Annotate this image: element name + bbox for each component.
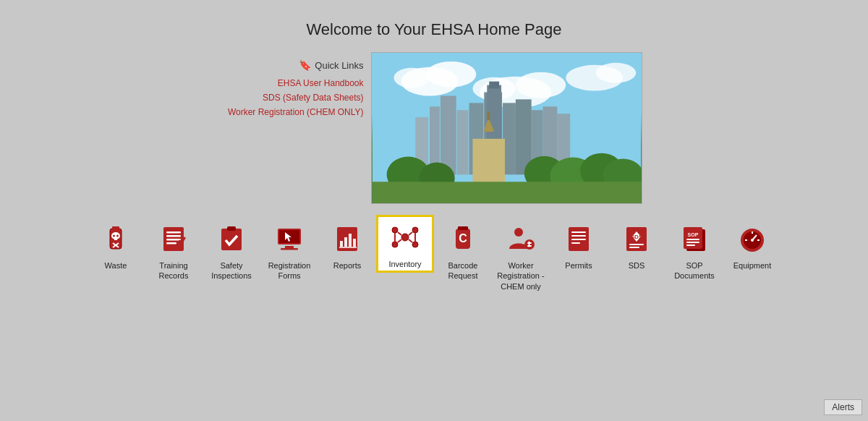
svg-point-5 (515, 72, 565, 98)
svg-rect-56 (353, 239, 356, 247)
svg-point-58 (401, 234, 409, 241)
safety-inspections-icon (210, 220, 252, 258)
svg-rect-31 (372, 182, 640, 203)
link-sds[interactable]: SDS (Safety Data Sheets) (226, 93, 364, 103)
equipment-icon (731, 220, 773, 258)
svg-point-72 (514, 228, 523, 237)
icon-reports[interactable]: Reports (318, 217, 376, 273)
svg-point-60 (412, 227, 418, 233)
permits-icon (558, 220, 600, 258)
svg-rect-86 (629, 247, 639, 248)
registration-forms-label: Registration Forms (262, 260, 317, 281)
svg-line-64 (409, 232, 412, 235)
svg-rect-41 (166, 231, 181, 234)
svg-rect-76 (529, 241, 530, 247)
svg-rect-42 (166, 235, 181, 237)
icon-waste[interactable]: Waste (87, 217, 145, 273)
icon-safety-inspections[interactable]: Safety Inspections (203, 217, 260, 284)
icon-registration-forms[interactable]: Registration Forms (260, 217, 318, 284)
svg-line-63 (398, 232, 401, 235)
svg-rect-80 (571, 239, 586, 240)
icon-sop-documents[interactable]: SOP SOP Documents (665, 217, 723, 284)
quick-links-icon: 🔖 (299, 59, 311, 71)
svg-rect-79 (571, 235, 586, 237)
svg-rect-92 (686, 244, 695, 246)
svg-rect-91 (686, 242, 699, 243)
svg-line-66 (409, 239, 412, 242)
svg-point-35 (113, 234, 115, 237)
svg-point-62 (412, 242, 418, 247)
svg-rect-90 (686, 239, 699, 240)
svg-rect-78 (571, 231, 586, 233)
svg-rect-33 (112, 226, 119, 230)
svg-text:SOP: SOP (688, 232, 699, 237)
svg-rect-12 (456, 110, 468, 174)
waste-icon (95, 220, 137, 258)
icon-inventory[interactable]: Inventory (376, 215, 434, 273)
sop-documents-icon: SOP (673, 220, 715, 258)
svg-rect-11 (440, 95, 456, 174)
icon-equipment[interactable]: Equipment (723, 217, 781, 273)
svg-rect-16 (489, 82, 499, 89)
training-records-icon (153, 220, 195, 258)
inventory-label: Inventory (388, 259, 421, 269)
svg-text:C: C (459, 232, 467, 244)
svg-point-61 (392, 242, 398, 247)
sds-icon: SDS (616, 220, 658, 258)
svg-point-8 (595, 63, 635, 83)
quick-links-label: Quick Links (315, 60, 363, 71)
sds-label: SDS (629, 260, 645, 271)
safety-inspections-label: Safety Inspections (204, 260, 259, 281)
svg-rect-50 (285, 246, 294, 248)
svg-rect-85 (629, 244, 644, 245)
quick-links-panel: 🔖 Quick Links EHSA User Handbook SDS (Sa… (226, 52, 371, 122)
svg-rect-43 (166, 239, 181, 241)
page-title: Welcome to Your EHSA Home Page (306, 0, 561, 52)
worker-registration-label: Worker Registration - CHEM only (493, 260, 548, 292)
svg-line-65 (398, 239, 401, 242)
svg-rect-51 (281, 248, 298, 250)
icons-row: Waste Training Records (0, 217, 868, 294)
svg-rect-44 (166, 242, 176, 244)
svg-point-36 (116, 234, 119, 237)
icon-permits[interactable]: Permits (550, 217, 608, 273)
link-worker-registration[interactable]: Worker Registration (CHEM ONLY) (226, 107, 364, 117)
alerts-button[interactable]: Alerts (824, 399, 862, 415)
svg-point-2 (426, 61, 476, 88)
worker-registration-icon (500, 220, 542, 258)
hero-image (371, 52, 642, 204)
icon-barcode-request[interactable]: C Barcode Request (434, 217, 492, 284)
waste-label: Waste (105, 260, 127, 271)
reports-label: Reports (333, 260, 362, 271)
quick-links-title: 🔖 Quick Links (226, 59, 364, 71)
svg-rect-45 (221, 229, 242, 250)
barcode-request-icon: C (442, 220, 484, 258)
registration-forms-icon (268, 220, 310, 258)
svg-rect-37 (114, 239, 117, 240)
svg-rect-81 (571, 242, 580, 244)
svg-rect-54 (344, 237, 347, 247)
sop-documents-label: SOP Documents (667, 260, 722, 281)
barcode-request-label: Barcode Request (435, 260, 490, 281)
svg-rect-55 (349, 234, 352, 247)
svg-point-3 (393, 68, 430, 88)
svg-point-59 (392, 227, 398, 233)
icon-worker-registration[interactable]: Worker Registration - CHEM only (492, 217, 550, 294)
permits-label: Permits (565, 260, 592, 271)
equipment-label: Equipment (733, 260, 772, 271)
inventory-icon (384, 218, 426, 256)
svg-rect-70 (458, 226, 468, 230)
svg-rect-22 (472, 139, 505, 189)
training-records-label: Training Records (146, 260, 201, 281)
svg-rect-46 (227, 226, 236, 231)
svg-point-34 (111, 232, 120, 239)
link-ehsa-handbook[interactable]: EHSA User Handbook (226, 78, 364, 88)
svg-text:SDS: SDS (631, 234, 643, 240)
icon-training-records[interactable]: Training Records (145, 217, 203, 284)
reports-icon (326, 220, 368, 258)
svg-rect-53 (340, 241, 343, 247)
icon-sds[interactable]: SDS SDS (608, 217, 665, 273)
svg-rect-24 (487, 111, 490, 120)
svg-point-99 (751, 239, 754, 242)
